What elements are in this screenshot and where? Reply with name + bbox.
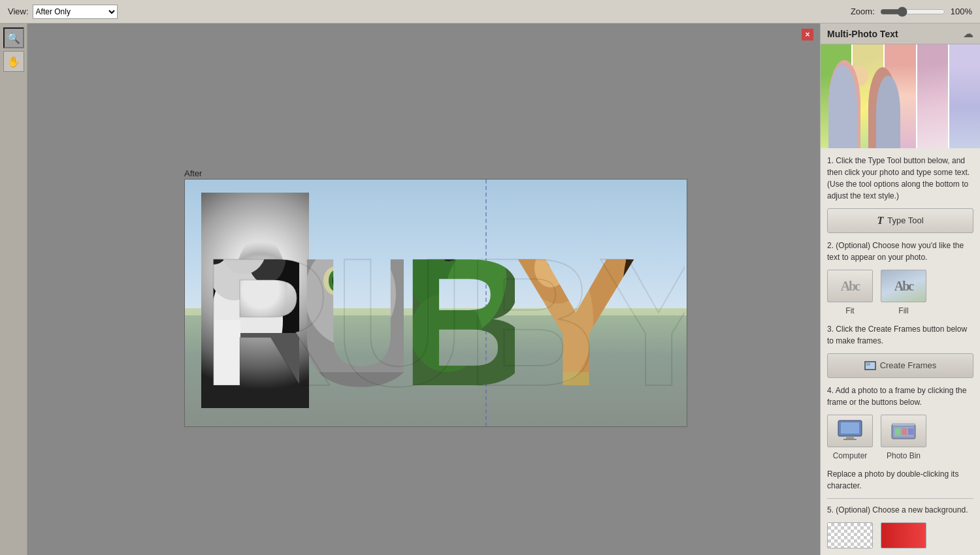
svg-rect-46 [846, 436, 854, 439]
svg-rect-52 [908, 428, 913, 435]
photo-text-svg: R U B Y [195, 189, 685, 421]
view-select[interactable]: After Only Before Only Before & After - … [33, 5, 118, 19]
section-divider [827, 498, 973, 499]
image-canvas[interactable]: R R U B [184, 179, 687, 427]
fill-label: Fill [898, 305, 908, 317]
panel-title: Multi-Photo Text [827, 29, 898, 39]
red-bg-button[interactable] [881, 522, 926, 548]
preview-image [821, 44, 980, 148]
svg-rect-51 [902, 428, 907, 435]
computer-label: Computer [833, 450, 868, 462]
panel-body: 1. Click the Type Tool button below, and… [821, 148, 980, 555]
fit-button[interactable]: Abc Fit [827, 270, 873, 317]
instruction-5: 5. (Optional) Choose a new background. [827, 504, 973, 516]
fit-fill-row: Abc Fit Abc Fill [827, 270, 973, 317]
after-label: After [184, 168, 202, 178]
preview-photos-container [821, 44, 980, 148]
left-toolbar: 🔍 ✋ [0, 24, 27, 555]
computer-icon-container [827, 415, 873, 447]
preview-photo-5 [949, 44, 980, 148]
create-frames-icon [864, 361, 876, 370]
panel-header: Multi-Photo Text ☁ [821, 24, 980, 44]
view-label: View: [8, 7, 29, 16]
zoom-tool-button[interactable]: 🔍 [3, 27, 24, 48]
media-buttons-row: Computer [827, 415, 973, 462]
create-frames-button[interactable]: Create Frames [827, 353, 973, 378]
fit-icon: Abc [827, 270, 873, 302]
computer-button[interactable]: Computer [827, 415, 873, 462]
svg-rect-45 [841, 422, 859, 434]
instruction-2: 2. (Optional) Choose how you'd like the … [827, 240, 973, 263]
transparent-bg-button[interactable] [827, 522, 873, 548]
zoom-value: 100% [951, 7, 972, 16]
svg-text:RUBY: RUBY [201, 220, 685, 421]
photo-bin-icon-container [881, 415, 926, 447]
create-frames-label: Create Frames [880, 359, 937, 372]
photo-bin-label: Photo Bin [887, 450, 921, 462]
type-tool-label: Type Tool [887, 214, 923, 227]
photo-bin-icon [889, 419, 918, 443]
preview-photo-4 [917, 44, 949, 148]
right-panel: Multi-Photo Text ☁ [820, 24, 980, 555]
main-layout: 🔍 ✋ × After R [0, 24, 980, 555]
zoom-container: Zoom: 100% [851, 7, 972, 17]
type-tool-button[interactable]: T Type Tool [827, 208, 973, 233]
fill-icon: Abc [881, 270, 926, 302]
cloud-icon: ☁ [963, 27, 973, 40]
hand-tool-button[interactable]: ✋ [3, 51, 24, 72]
photo-bin-button[interactable]: Photo Bin [881, 415, 926, 462]
topbar: View: After Only Before Only Before & Af… [0, 0, 980, 24]
instruction-3: 3. Click the Create Frames button below … [827, 323, 973, 347]
instruction-4: 4. Add a photo to a frame by clicking th… [827, 385, 973, 408]
svg-rect-50 [895, 428, 900, 435]
replace-note: Replace a photo by double-clicking its c… [827, 468, 973, 492]
fill-button[interactable]: Abc Fill [881, 270, 926, 317]
canvas-area: × After R [27, 24, 820, 555]
fit-label: Fit [845, 305, 854, 317]
svg-rect-47 [843, 439, 857, 440]
computer-icon [836, 419, 864, 443]
close-button[interactable]: × [802, 29, 813, 40]
type-tool-icon: T [877, 213, 883, 229]
instruction-1: 1. Click the Type Tool button below, and… [827, 155, 973, 202]
zoom-label: Zoom: [851, 7, 875, 16]
zoom-slider[interactable] [880, 7, 945, 17]
background-section [827, 522, 973, 548]
